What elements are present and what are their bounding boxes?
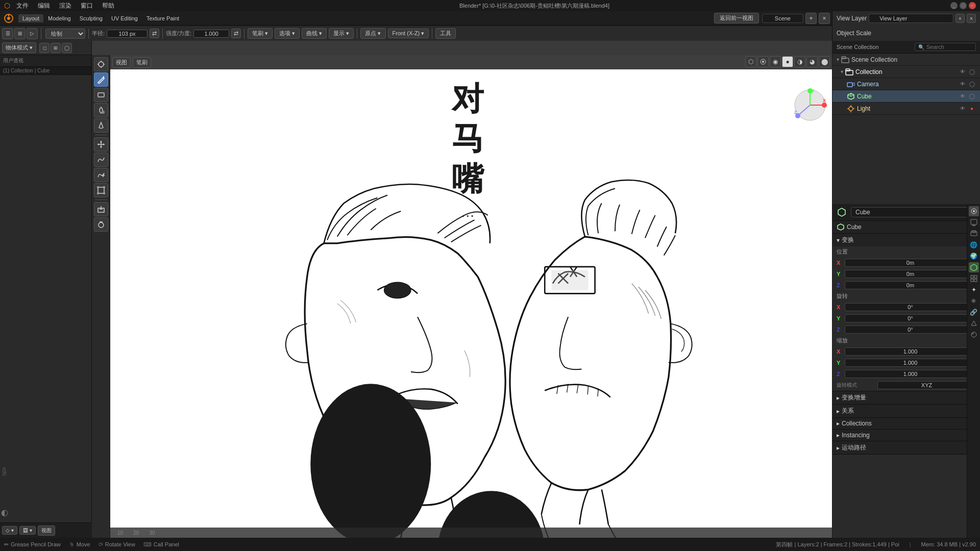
- draw-tool-btn[interactable]: [94, 72, 108, 87]
- collection-camera[interactable]: ◯: [968, 68, 976, 76]
- curve-tool-btn[interactable]: [94, 153, 108, 167]
- view-toggle-btn[interactable]: ⊞: [14, 28, 26, 39]
- viewport-rendered-btn[interactable]: ⬤: [819, 56, 830, 67]
- viewport-gizmo[interactable]: X Y Z: [792, 87, 828, 123]
- outliner-row-scene-collection[interactable]: ▾ Scene Collection: [832, 54, 980, 66]
- scale-y-value[interactable]: 1.000: [845, 359, 976, 367]
- viewlayer-selector[interactable]: View Layer: [869, 14, 953, 23]
- panel-toggle-btn[interactable]: ☰: [2, 28, 13, 39]
- workspace-tab-sculpting[interactable]: Sculpting: [76, 14, 107, 22]
- viewport-shading-material[interactable]: ◯: [62, 43, 72, 53]
- prop-tab-object[interactable]: [969, 262, 979, 272]
- viewport-view-btn[interactable]: 视图: [112, 57, 131, 68]
- workspace-tab-modeling[interactable]: Modeling: [44, 14, 75, 22]
- brush-dropdown[interactable]: 笔刷 ▾: [248, 28, 273, 39]
- cube1-eye[interactable]: 👁: [959, 92, 967, 101]
- radius-arrow-btn[interactable]: ⇄: [150, 29, 159, 38]
- viewlayer-add[interactable]: +: [955, 14, 965, 23]
- menu-window[interactable]: 窗口: [77, 1, 97, 11]
- light-render[interactable]: ●: [968, 105, 976, 113]
- prop-tab-physics[interactable]: ⚛: [969, 296, 979, 306]
- tool-settings-btn[interactable]: 工具: [435, 28, 456, 39]
- minimize-button[interactable]: _: [950, 2, 958, 9]
- curve-dropdown[interactable]: 曲线 ▾: [302, 28, 327, 39]
- back-button[interactable]: 返回前一视图: [714, 13, 759, 23]
- maximize-button[interactable]: □: [960, 2, 967, 9]
- rotation-x-value[interactable]: 0°: [845, 303, 976, 311]
- light-eye[interactable]: 👁: [959, 105, 967, 113]
- transform-header[interactable]: ▾ 变换: [832, 234, 980, 246]
- keyframe-type-btn[interactable]: ◇ ▾: [2, 526, 17, 535]
- menu-render[interactable]: 渲染: [55, 1, 76, 11]
- erase-tool-btn[interactable]: [94, 88, 108, 102]
- workspace-tab-textures[interactable]: Texture Paint: [142, 14, 183, 22]
- strength-input[interactable]: [193, 30, 229, 38]
- cube1-render[interactable]: ◯: [968, 92, 976, 101]
- view-btn-timeline[interactable]: 视图: [38, 525, 55, 536]
- viewport-overlay-icon[interactable]: ◉: [770, 56, 781, 67]
- camera-restrict[interactable]: ◯: [968, 80, 976, 88]
- location-x-value[interactable]: 0m: [845, 259, 976, 267]
- location-y-value[interactable]: 0m: [845, 270, 976, 278]
- collections-header[interactable]: ▸ Collections: [832, 418, 980, 429]
- move-tool-btn[interactable]: [94, 137, 108, 152]
- object-name-field[interactable]: Cube: [851, 207, 976, 217]
- outliner-row-light[interactable]: Light 👁 ●: [832, 103, 980, 115]
- transform-delta-header[interactable]: ▸ 变换增量: [832, 391, 980, 404]
- anim-toggle-btn[interactable]: ▷: [27, 28, 38, 39]
- viewport-mode-icon[interactable]: ⬡: [745, 56, 756, 67]
- prop-tab-world[interactable]: 🌍: [969, 251, 979, 261]
- mode-dropdown[interactable]: 绘制 物体模式 编辑模式: [45, 29, 85, 39]
- viewport-render-btn[interactable]: ◕: [806, 56, 818, 67]
- main-viewport[interactable]: 视图 笔刷 ⬡ ◉ ● ◑ ◕ ⬤ 对 马 嘴 …: [110, 55, 832, 538]
- viewport-shading-solid[interactable]: ◻: [39, 43, 50, 53]
- outliner-search[interactable]: 🔍: [915, 43, 976, 51]
- scene-add-button[interactable]: +: [805, 13, 817, 24]
- rotation-z-value[interactable]: 0°: [845, 325, 976, 334]
- outliner-row-camera[interactable]: Camera 👁 ◯: [832, 78, 980, 90]
- prop-tab-constraints[interactable]: 🔗: [969, 307, 979, 317]
- viewport-brush-btn[interactable]: 笔刷: [133, 57, 151, 68]
- strength-arrow-btn[interactable]: ⇄: [231, 29, 241, 38]
- viewport-material-icon[interactable]: ◑: [794, 56, 805, 67]
- workspace-tab-layout[interactable]: Layout: [18, 14, 43, 22]
- prop-tab-viewlayer[interactable]: [969, 229, 979, 239]
- scene-remove-button[interactable]: ×: [819, 13, 830, 24]
- transform-tool-btn[interactable]: [94, 183, 108, 197]
- circle-tool-btn[interactable]: [94, 217, 108, 232]
- location-z-value[interactable]: 0m: [845, 281, 976, 289]
- viewport-shading-icon[interactable]: ●: [782, 56, 793, 67]
- viewlayer-remove[interactable]: ×: [967, 14, 976, 23]
- transform-mode-value[interactable]: XYZ: [877, 381, 976, 389]
- select-dropdown[interactable]: 选项 ▾: [275, 28, 300, 39]
- origin-dropdown[interactable]: 原点 ▾: [360, 28, 385, 39]
- left-bottom-icon[interactable]: ◐: [1, 508, 8, 517]
- prop-tab-material[interactable]: [969, 330, 979, 340]
- rotation-y-value[interactable]: 0°: [845, 314, 976, 322]
- collection-eye[interactable]: 👁: [959, 68, 967, 76]
- menu-help[interactable]: 帮助: [98, 1, 118, 11]
- view-dropdown[interactable]: Front (X-Z) ▾: [388, 29, 429, 38]
- scene-selector[interactable]: Scene: [762, 14, 803, 23]
- fill-tool-btn[interactable]: [94, 103, 108, 117]
- scale-x-value[interactable]: 1.000: [845, 347, 976, 356]
- prop-tab-data[interactable]: [969, 318, 979, 329]
- add-rect-btn[interactable]: [94, 202, 108, 216]
- prop-tab-output[interactable]: [969, 217, 979, 228]
- workspace-tab-uvs[interactable]: UV Editing: [107, 14, 142, 22]
- viewport-render-icon[interactable]: [757, 56, 769, 67]
- outliner-row-cube1[interactable]: Cube 👁 ◯: [832, 90, 980, 103]
- scale-z-value[interactable]: 1.000: [845, 370, 976, 378]
- prop-tab-particles[interactable]: ✦: [969, 285, 979, 295]
- prop-tab-modifiers[interactable]: [969, 273, 979, 284]
- tint-tool-btn[interactable]: [94, 118, 108, 133]
- image-btn[interactable]: 🖼 ▾: [19, 526, 36, 535]
- viewport-shading-wire[interactable]: ⊞: [51, 43, 61, 53]
- relations-header[interactable]: ▸ 关系: [832, 405, 980, 417]
- add-point-btn[interactable]: [94, 168, 108, 182]
- close-button[interactable]: ×: [969, 2, 976, 9]
- camera-eye[interactable]: 👁: [959, 80, 967, 88]
- motion-paths-header[interactable]: ▸ 运动路径: [832, 441, 980, 454]
- outliner-search-input[interactable]: [924, 44, 972, 50]
- prop-tab-render[interactable]: [969, 206, 979, 216]
